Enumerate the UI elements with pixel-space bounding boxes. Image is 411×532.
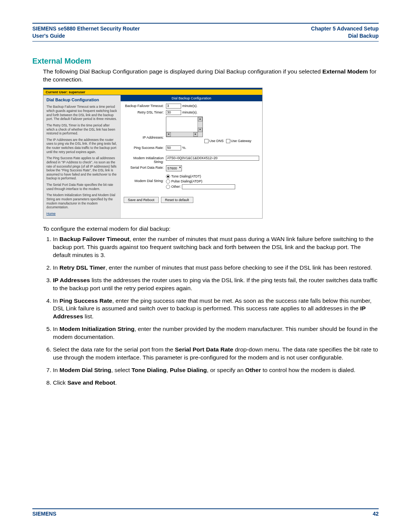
modeminit-label: Modem Initialization String:	[124, 156, 166, 164]
ip-label: IP Addresses:	[124, 120, 166, 139]
help-p6: The Modem Initialization String and Mode…	[46, 193, 117, 209]
section-title: External Modem	[32, 57, 379, 66]
help-p2: The Retry DSL Timer is the time period a…	[46, 123, 117, 136]
intro-bold: External Modem	[322, 68, 368, 75]
configure-intro: To configure the external modem for dial…	[43, 225, 379, 232]
current-user-bar: Current User: superuser	[43, 89, 262, 95]
scroll-right-icon[interactable]: ▸	[193, 132, 198, 137]
header-section: Dial Backup	[311, 32, 379, 40]
use-dns-checkbox[interactable]: Use DNS	[204, 139, 224, 143]
reset-default-button[interactable]: Reset to default	[161, 197, 193, 203]
failover-unit: minute(s).	[182, 104, 198, 108]
use-dns-label: Use DNS	[209, 139, 224, 143]
footer-page-number: 42	[373, 511, 379, 517]
footer-brand: SIEMENS	[32, 511, 56, 517]
other-radio[interactable]: Other:	[166, 184, 235, 189]
tone-radio[interactable]: Tone Dialing(ATDT)	[166, 174, 201, 179]
retry-input[interactable]: 30	[166, 110, 181, 115]
step-1: In Backup Failover Timeout, enter the nu…	[53, 235, 379, 259]
step-2: In Retry DSL Timer, enter the number of …	[53, 264, 379, 272]
router-config-panel: Current User: superuser Dial Backup Conf…	[43, 88, 263, 219]
pulse-radio[interactable]: Pulse Dialing(ATDP)	[166, 179, 202, 184]
dial-label: Modem Dial String:	[124, 174, 166, 183]
help-p1: The Backup Failover Timeout sets a time …	[46, 105, 117, 121]
intro-pre: The following Dial Backup Configuration …	[43, 68, 322, 75]
scroll-up-icon[interactable]: ▴	[198, 117, 202, 121]
use-gateway-label: Use Gateway	[231, 139, 252, 143]
sidebar-title: Dial Backup Configuration	[46, 97, 117, 103]
tone-radio-label: Tone Dialing(ATDT)	[171, 174, 201, 178]
help-sidebar: Dial Backup Configuration The Backup Fai…	[43, 95, 120, 218]
retry-label: Retry DSL Timer:	[124, 110, 166, 114]
save-reboot-button[interactable]: Save and Reboot	[124, 197, 159, 203]
scroll-left-icon[interactable]: ◂	[166, 132, 171, 137]
ip-listbox[interactable]: ▴ ▾ ◂ ▸	[166, 117, 203, 137]
step-6: Select the data rate for the serial port…	[53, 346, 379, 362]
step-3: IP Addresses lists the addresses the rou…	[53, 276, 379, 292]
help-p4: The Ping Success Rate applies to all add…	[46, 156, 117, 181]
ping-unit: %.	[182, 146, 186, 150]
failover-label: Backup Failover Timeout:	[124, 104, 166, 108]
help-p3: The IP Addresses are the addresses the r…	[46, 138, 117, 154]
step-7: In Modem Dial String, select Tone Dialin…	[53, 366, 379, 374]
header-chapter: Chapter 5 Advanced Setup	[311, 25, 379, 32]
serial-rate-select[interactable]: 57600	[166, 165, 182, 171]
page-header: SIEMENS se5880 Ethernet Security Router …	[32, 23, 379, 42]
header-guide: User's Guide	[32, 32, 140, 40]
serial-label: Serial Port Data Rate:	[124, 165, 166, 169]
ping-label: Ping Success Rate:	[124, 145, 166, 150]
help-p5: The Serial Port Data Rate specifies the …	[46, 183, 117, 191]
intro-paragraph: The following Dial Backup Configuration …	[43, 68, 379, 84]
form-title: Dial Backup Configuration	[121, 95, 262, 101]
step-5: In Modem Initialization String, enter th…	[53, 325, 379, 341]
step-list: In Backup Failover Timeout, enter the nu…	[43, 235, 379, 387]
retry-unit: minute(s).	[182, 110, 198, 114]
other-radio-label: Other:	[171, 185, 181, 189]
step-8: Click Save and Reboot.	[53, 379, 379, 387]
use-gateway-checkbox[interactable]: Use Gateway	[226, 139, 252, 143]
modeminit-input[interactable]: ATS0=0Q0V1&C1&D0X4S12=20	[166, 156, 259, 161]
pulse-radio-label: Pulse Dialing(ATDP)	[171, 179, 202, 183]
failover-input[interactable]: 3	[166, 104, 181, 109]
scrollbar-horizontal-icon[interactable]: ◂ ▸	[166, 132, 198, 137]
scrollbar-vertical-icon[interactable]: ▴ ▾	[198, 117, 202, 137]
scroll-down-icon[interactable]: ▾	[198, 128, 202, 132]
step-4: In Ping Success Rate, enter the ping suc…	[53, 297, 379, 321]
other-dial-input[interactable]	[182, 184, 235, 189]
home-link[interactable]: Home	[46, 212, 56, 216]
ping-input[interactable]: 50	[166, 145, 181, 150]
page-footer: SIEMENS 42	[32, 508, 379, 517]
header-product: SIEMENS se5880 Ethernet Security Router	[32, 25, 140, 32]
